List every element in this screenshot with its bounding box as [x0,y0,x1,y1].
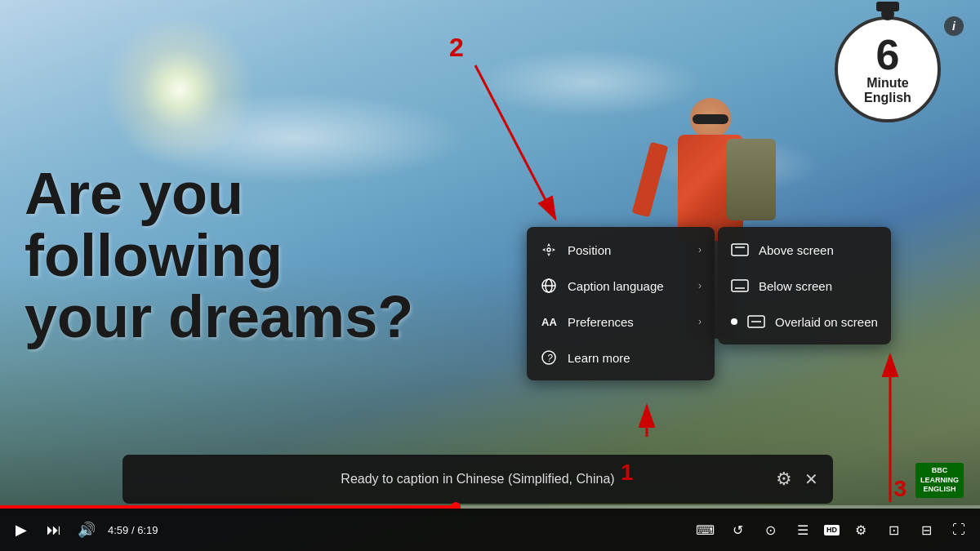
menu-label-position: Position [568,243,688,257]
backpack [727,139,776,220]
caption-bar: Ready to caption in Chinese (Simplified,… [122,455,833,504]
time-display: 4:59 / 6:19 [108,524,158,536]
menu-item-preferences[interactable]: AA Preferences › [527,304,715,340]
volume-button[interactable]: 🔊 [75,518,98,541]
caption-language-icon [540,277,558,295]
svg-rect-13 [732,280,748,291]
annotation-1: 1 [621,460,634,486]
caption-close-icon[interactable]: ✕ [804,469,818,489]
stopwatch-handle [881,7,894,20]
info-icon[interactable]: i [944,16,964,36]
miniplayer-button[interactable]: ⊡ [882,518,905,541]
video-caption-text: Are you following your dreams? [24,163,413,349]
logo-circle: 6 Minute English [835,16,941,122]
above-screen-label: Above screen [759,243,878,257]
subtitles-button[interactable]: ⌨ [693,518,716,541]
menu-label-learn-more: Learn more [568,351,702,365]
menu-arrow-caption-language: › [698,280,702,291]
play-button[interactable]: ▶ [10,518,33,541]
overlaid-screen-icon [747,313,765,331]
logo-number: 6 [876,33,900,76]
controls-bar: ▶ ⏭ 🔊 4:59 / 6:19 ⌨ ↺ ⊙ ☰ HD ⚙ ⊡ ⊟ ⛶ [0,509,980,551]
overlaid-screen-label: Overlaid on screen [775,315,878,329]
menu-arrow-position: › [698,244,702,256]
menu-item-learn-more[interactable]: ? Learn more [527,340,715,375]
caption-gear-icon[interactable]: ⚙ [776,469,792,490]
selected-indicator [731,318,737,325]
person-arm-left [632,142,669,218]
below-screen-label: Below screen [759,279,878,293]
replay-button[interactable]: ↺ [726,518,749,541]
annotation-3: 3 [893,476,906,502]
below-screen-icon [731,277,749,295]
chapters-button[interactable]: ☰ [791,518,814,541]
person-glasses [693,114,728,124]
menu-arrow-preferences: › [698,316,702,327]
svg-rect-11 [732,244,748,256]
caption-text: Ready to caption in Chinese (Simplified,… [341,472,614,487]
context-menu: Position › Caption language › [527,227,891,380]
cast-button[interactable]: ⊙ [759,518,782,541]
fullscreen-button[interactable]: ⛶ [947,518,970,541]
svg-text:?: ? [547,353,553,364]
menu-item-caption-language[interactable]: Caption language › [527,268,715,304]
learn-more-icon: ? [540,349,558,367]
annotation-2: 2 [449,33,464,63]
above-screen-icon [731,241,749,259]
preferences-icon: AA [540,313,558,331]
submenu-overlaid-on-screen[interactable]: Overlaid on screen [718,304,891,340]
video-player: Are you following your dreams? 6 Minute … [0,0,980,551]
main-menu: Position › Caption language › [527,227,715,380]
next-button[interactable]: ⏭ [42,518,65,541]
theatre-button[interactable]: ⊟ [915,518,938,541]
svg-text:AA: AA [541,316,557,328]
position-submenu: Above screen Below screen [718,227,891,344]
submenu-above-screen[interactable]: Above screen [718,232,891,268]
bbc-logo: BBC LEARNING ENGLISH [915,463,964,498]
logo-container: 6 Minute English i [835,16,964,122]
logo-text-english: English [864,91,911,105]
svg-point-4 [547,248,550,251]
menu-label-caption-language: Caption language [568,279,688,293]
menu-item-position[interactable]: Position › [527,232,715,268]
submenu-below-screen[interactable]: Below screen [718,268,891,304]
settings-button[interactable]: ⚙ [849,518,872,541]
logo-text-minute: Minute [866,76,909,91]
menu-label-preferences: Preferences [568,315,688,329]
position-icon [540,241,558,259]
hd-badge: HD [824,525,840,535]
